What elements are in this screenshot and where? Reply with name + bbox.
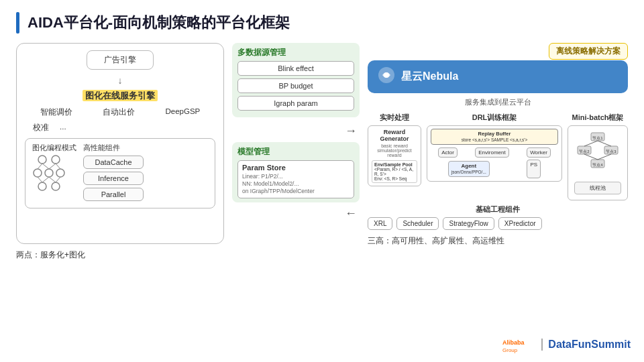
- svg-text:节点1: 节点1: [592, 136, 603, 140]
- model-label: 模型管理: [237, 146, 354, 158]
- svg-line-25: [584, 141, 598, 146]
- drl-agent: Agent json/Onnx/PPO/...: [448, 161, 490, 177]
- prog-title: 图化编程模式: [32, 143, 76, 153]
- svg-point-6: [52, 182, 60, 190]
- svg-point-16: [384, 72, 389, 78]
- comp-xpredictor: XPredictor: [498, 217, 542, 230]
- svg-line-27: [584, 154, 598, 160]
- svg-text:节点4: 节点4: [592, 163, 603, 167]
- calib-2: ...: [60, 123, 66, 133]
- item-bp: BP budget: [237, 78, 354, 93]
- left-section: 广告引擎 ↓ 图化在线服务引擎 智能调价 自动出价 DeepGSP 校准 ...: [16, 43, 224, 331]
- high-perf-title: 高性能组件: [83, 143, 208, 153]
- offline-badge: 离线策略解决方案: [549, 43, 628, 60]
- minibatch-tree: 节点1 节点2 节点3 节点4: [572, 129, 624, 197]
- svg-text:节点2: 节点2: [579, 149, 590, 154]
- drl-agent-ps: Agent json/Onnx/PPO/... PS: [431, 160, 558, 178]
- svg-line-13: [49, 177, 56, 182]
- replay-buffer: Replay Buffer store <s,a,r,s'> SAMPLE <s…: [431, 129, 558, 145]
- nebula-sub: 服务集成到星云平台: [368, 97, 628, 107]
- online-engine-highlight: 图化在线服务引擎: [83, 90, 158, 101]
- alibaba-logo: Alibaba Group 阿里巴巴集团: [502, 335, 535, 354]
- drl-label: DRL训练框架: [427, 113, 562, 123]
- multi-data-label-text: 多数据源管理: [237, 48, 286, 57]
- svg-text:节点3: 节点3: [606, 149, 616, 154]
- svg-line-7: [38, 164, 42, 169]
- datafun-label: DataFunSummit: [541, 339, 631, 351]
- left-note-text: 两点：服务化+图化: [16, 250, 85, 259]
- found-components: XRL Scheduler StrategyFlow XPredictor: [368, 217, 628, 230]
- svg-text:Group: Group: [502, 347, 518, 353]
- comp-strategyflow: StrategyFlow: [443, 217, 494, 230]
- svg-line-26: [598, 141, 611, 146]
- right-section: 离线策略解决方案 星云Nebula 服务集成到星云平台 实时处理: [368, 43, 628, 331]
- drl-actor-env: Actor Enviroment Worker: [431, 147, 558, 158]
- found-label: 基础工程组件: [368, 204, 628, 215]
- model-label-text: 模型管理: [237, 147, 270, 156]
- env-sample-sub: <Param, R> / <S, A, R, S'>Env: <S, R> Se…: [374, 167, 413, 181]
- svg-point-4: [56, 169, 64, 177]
- param-store-line1: Linear: P1/P2/...: [242, 173, 350, 180]
- three-col: 实时处理 Reward Generator basic rewardsimula…: [368, 113, 628, 200]
- svg-point-0: [38, 156, 46, 164]
- multi-data-box: 多数据源管理 Blink effect BP budget Igraph par…: [232, 43, 360, 117]
- minibatch-box: 节点1 节点2 节点3 节点4: [568, 125, 628, 200]
- drl-box: Replay Buffer store <s,a,r,s'> SAMPLE <s…: [427, 125, 562, 182]
- drl-col: DRL训练框架 Replay Buffer store <s,a,r,s'> S…: [427, 113, 562, 200]
- svg-point-1: [52, 156, 60, 164]
- middle-section: 多数据源管理 Blink effect BP budget Igraph par…: [232, 43, 360, 331]
- svg-point-3: [45, 169, 53, 177]
- drl-worker: Worker: [527, 147, 551, 158]
- param-store-line3: on IGraph/TPP/ModelCenter: [242, 188, 350, 195]
- svg-line-14: [56, 177, 60, 182]
- nebula-box: 星云Nebula: [368, 60, 628, 93]
- page-title: AIDA平台化-面向机制策略的平台化框架: [28, 13, 290, 33]
- comp-parallel: Parallel: [83, 188, 144, 201]
- right-note-text: 三高：高可用性、高扩展性、高运维性: [368, 236, 504, 245]
- footer-brand: Alibaba Group 阿里巴巴集团 DataFunSummit: [502, 335, 631, 354]
- item-igraph: Igraph param: [237, 96, 354, 111]
- realtime-label: 实时处理: [368, 113, 421, 123]
- comp-datacache: DataCache: [83, 156, 144, 169]
- prog-graph-svg: [32, 153, 72, 192]
- nebula-text: 星云Nebula: [401, 70, 458, 84]
- title-accent: [16, 12, 19, 34]
- svg-line-8: [42, 164, 49, 169]
- service-3: DeepGSP: [162, 106, 205, 119]
- multi-data-label: 多数据源管理: [237, 47, 354, 58]
- reward-gen-sub: basic rewardsimulator/predict reward: [372, 143, 417, 158]
- svg-line-12: [42, 177, 49, 182]
- realtime-col: 实时处理 Reward Generator basic rewardsimula…: [368, 113, 421, 200]
- online-engine-title: 图化在线服务引擎: [25, 90, 215, 102]
- replay-buffer-sub: store <s,a,r,s'> SAMPLE <s,a,r,s'>: [462, 137, 528, 142]
- svg-point-2: [34, 169, 42, 177]
- drl-ps: PS: [527, 160, 541, 178]
- replay-buffer-title: Replay Buffer: [478, 131, 511, 137]
- arrow-right-model: ←: [232, 206, 357, 221]
- foundation-section: 基础工程组件 XRL Scheduler StrategyFlow XPredi…: [368, 204, 628, 230]
- realtime-box: Reward Generator basic rewardsimulator/p…: [368, 125, 421, 186]
- reward-gen-title: Reward Generator: [372, 129, 417, 142]
- param-store-box: Param Store Linear: P1/P2/... NN: Model1…: [237, 160, 354, 198]
- svg-line-28: [598, 154, 611, 160]
- minibatch-label: Mini-batch框架: [568, 113, 628, 123]
- drl-environment: Enviroment: [475, 147, 508, 158]
- env-sample-pool: Env/Sample Pool <Param, R> / <S, A, R, S…: [372, 160, 417, 183]
- ad-engine-label: 广告引擎: [104, 55, 136, 64]
- param-store-title: Param Store: [242, 164, 350, 172]
- model-mgmt-box: 模型管理 Param Store Linear: P1/P2/... NN: M…: [232, 142, 360, 202]
- comp-scheduler: Scheduler: [396, 217, 439, 230]
- svg-line-11: [38, 177, 42, 182]
- item-blink: Blink effect: [237, 61, 354, 76]
- drl-agent-sub: json/Onnx/PPO/...: [451, 170, 486, 174]
- svg-text:Alibaba: Alibaba: [502, 339, 525, 346]
- svg-line-10: [56, 164, 60, 169]
- nebula-logo-icon: [377, 66, 396, 88]
- thread-pool: 线程池: [574, 182, 621, 194]
- title-bar: AIDA平台化-面向机制策略的平台化框架: [16, 12, 628, 34]
- slide: AIDA平台化-面向机制策略的平台化框架 广告引擎 ↓ 图化在线服务引擎 智能调…: [0, 0, 644, 362]
- main-content: 广告引擎 ↓ 图化在线服务引擎 智能调价 自动出价 DeepGSP 校准 ...: [16, 43, 628, 331]
- svg-point-5: [38, 182, 46, 190]
- prog-mode-section: 图化编程模式: [32, 143, 76, 194]
- prog-box: 图化编程模式: [25, 138, 215, 208]
